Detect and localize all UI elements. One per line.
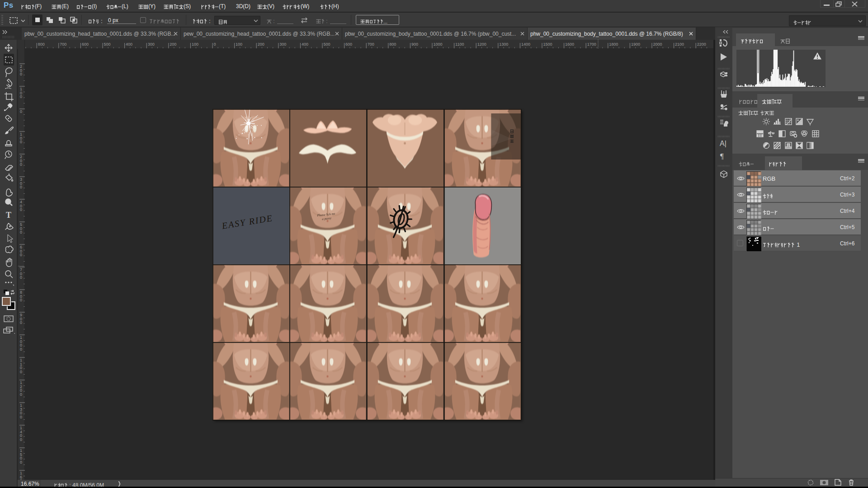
svg-text:0: 0 (20, 415, 22, 419)
svg-text:0: 0 (20, 460, 22, 465)
svg-text:0: 0 (20, 253, 22, 257)
svg-text:0: 0 (20, 298, 22, 302)
svg-text:0: 0 (20, 207, 22, 212)
svg-text:0: 0 (20, 320, 22, 325)
svg-text:0: 0 (20, 230, 22, 235)
svg-text:0: 0 (20, 347, 22, 352)
svg-text:0: 0 (20, 392, 22, 397)
svg-text:0: 0 (20, 437, 22, 442)
svg-text:0: 0 (20, 275, 22, 280)
svg-text:T: T (6, 211, 11, 220)
svg-text:0: 0 (20, 370, 22, 374)
